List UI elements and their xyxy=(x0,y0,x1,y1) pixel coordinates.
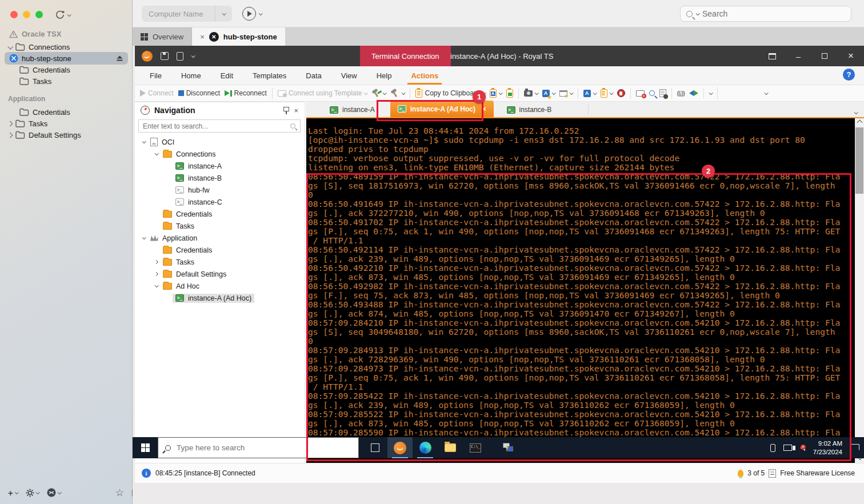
key-sequence-button[interactable]: A xyxy=(542,90,555,97)
nav-tree-item-credentials[interactable]: Credentials xyxy=(135,244,304,256)
chevron-down-icon[interactable] xyxy=(139,141,147,143)
toolbar-overflow-dropdown[interactable] xyxy=(717,87,772,99)
settings-button[interactable] xyxy=(26,489,39,497)
connect-using-template-button[interactable]: Connect using Template xyxy=(278,89,367,97)
sidebar-item-app-tasks[interactable]: Tasks xyxy=(0,118,133,129)
sidebar-item-tasks[interactable]: Tasks xyxy=(0,75,133,87)
chevron-down-icon[interactable] xyxy=(139,237,147,239)
start-button[interactable] xyxy=(133,437,158,458)
tasks-button[interactable] xyxy=(390,89,405,98)
clear-log-button[interactable] xyxy=(659,89,666,97)
nav-tree-item-credentials[interactable]: Credentials xyxy=(135,208,304,220)
sidebar-item-app-credentials[interactable]: Credentials xyxy=(0,106,133,118)
minimize-traffic-light[interactable] xyxy=(23,11,30,18)
close-tab-icon[interactable]: × xyxy=(482,105,486,113)
nav-tree-item-oci[interactable]: OCI xyxy=(135,136,304,148)
pin-icon[interactable] xyxy=(283,106,289,114)
menu-item-home[interactable]: Home xyxy=(181,66,201,85)
save-button[interactable] xyxy=(161,52,169,60)
terminal-connection-context-tab[interactable]: Terminal Connection xyxy=(360,46,451,66)
chevron-down-icon[interactable] xyxy=(152,285,160,287)
scrollbar-thumb[interactable] xyxy=(855,127,863,194)
broadcast-button[interactable]: ((¡)) xyxy=(677,90,685,97)
nav-tree-item-hub-fw[interactable]: >_hub-fw xyxy=(135,184,304,196)
sidebar-item-hub-step-stone[interactable]: hub-step-stone xyxy=(5,52,128,65)
close-window-button[interactable]: × xyxy=(838,46,864,66)
scroll-up-arrow[interactable] xyxy=(855,118,864,127)
menu-item-data[interactable]: Data xyxy=(306,66,321,85)
terminal-scrollbar[interactable] xyxy=(855,118,864,463)
search-input[interactable] xyxy=(702,9,834,18)
navigation-search[interactable] xyxy=(138,119,301,133)
dock-window-button[interactable] xyxy=(759,46,785,66)
menu-item-help[interactable]: Help xyxy=(377,66,392,85)
usb-tray-icon[interactable] xyxy=(770,444,775,452)
favorite-button[interactable]: ☆ xyxy=(115,487,124,499)
run-button[interactable] xyxy=(242,7,262,21)
tab-hub-step-stone[interactable]: × ✕ hub-step-stone xyxy=(192,27,285,46)
taskbar-clock[interactable]: 9:02 AM 7/23/2024 xyxy=(813,439,842,457)
nav-tree-item-instance-a[interactable]: >_instance-A xyxy=(135,160,304,172)
nav-tree-item-tasks[interactable]: Tasks xyxy=(135,220,304,232)
paste-text-button[interactable] xyxy=(490,89,502,98)
menu-item-templates[interactable]: Templates xyxy=(253,66,286,85)
chevron-down-icon[interactable] xyxy=(152,153,160,155)
computer-name-select[interactable]: Computer Name xyxy=(142,6,232,22)
send-text-button[interactable]: A xyxy=(583,90,596,97)
close-panel-button[interactable]: × xyxy=(294,106,298,115)
more-commands-dropdown[interactable] xyxy=(709,92,712,95)
disconnect-button[interactable]: Disconnect xyxy=(178,89,220,97)
new-document-button[interactable] xyxy=(177,52,183,61)
sidebar-item-default-settings[interactable]: Default Settings xyxy=(0,129,133,141)
profile-menu-button[interactable] xyxy=(47,488,61,497)
paste-button[interactable] xyxy=(601,89,613,98)
screenshot-button[interactable] xyxy=(524,90,538,97)
nav-tree-item-ad-hoc[interactable]: Ad Hoc xyxy=(135,280,304,292)
nav-tree-item-instance-b[interactable]: >_instance-B xyxy=(135,172,304,184)
task-view-button[interactable] xyxy=(362,437,387,458)
menu-item-actions[interactable]: Actions xyxy=(411,66,438,85)
volume-muted-icon[interactable] xyxy=(800,445,805,451)
stop-button[interactable] xyxy=(617,89,625,97)
zoom-traffic-light[interactable] xyxy=(35,11,43,18)
restore-button[interactable] xyxy=(811,46,838,66)
run-task-button[interactable] xyxy=(371,89,386,98)
notification-center-icon[interactable] xyxy=(850,444,859,452)
taskbar-edge[interactable] xyxy=(413,437,438,458)
chevron-right-icon[interactable] xyxy=(152,273,160,275)
add-connection-button[interactable]: + xyxy=(8,488,18,498)
chevron-right-icon[interactable] xyxy=(152,261,160,263)
terminal-tab-instance-a[interactable]: >_ instance-A xyxy=(322,102,382,117)
terminal-tab-instance-b[interactable]: >_ instance-B xyxy=(499,102,559,117)
close-session-button[interactable]: ✕ xyxy=(636,90,645,97)
taskbar-search-input[interactable] xyxy=(177,443,337,452)
taskbar-file-explorer[interactable] xyxy=(438,437,463,458)
eject-icon[interactable] xyxy=(116,55,123,62)
global-search[interactable] xyxy=(680,6,851,22)
minimize-button[interactable]: – xyxy=(785,46,811,66)
taskbar-royal-ts[interactable] xyxy=(387,437,413,458)
command-task-button[interactable] xyxy=(559,90,573,97)
network-tray-icon[interactable] xyxy=(783,445,792,451)
computer-name-dropdown[interactable] xyxy=(215,6,232,22)
taskbar-putty[interactable] xyxy=(496,437,521,458)
help-button[interactable]: ? xyxy=(843,69,855,81)
sync-menu-button[interactable] xyxy=(55,10,70,20)
paste-special-button[interactable] xyxy=(506,89,513,98)
connect-button[interactable]: Connect xyxy=(140,89,174,97)
close-traffic-light[interactable] xyxy=(10,11,18,18)
nav-tree-item-default-settings[interactable]: Default Settings xyxy=(135,268,304,280)
swap-session-button[interactable] xyxy=(689,89,698,97)
find-button[interactable] xyxy=(649,90,655,96)
royal-ts-logo-icon[interactable] xyxy=(142,51,153,62)
close-icon[interactable]: × xyxy=(200,33,205,41)
nav-tree-item-instance-c[interactable]: >_instance-C xyxy=(135,196,304,208)
terminal-tab-overflow-dropdown[interactable] xyxy=(854,106,857,117)
nav-tree-item-instance-a-ad-hoc-[interactable]: >_instance-A (Ad Hoc) xyxy=(135,292,304,304)
tab-overview[interactable]: Overview xyxy=(133,27,192,46)
navigation-search-input[interactable] xyxy=(143,122,290,130)
menu-item-view[interactable]: View xyxy=(341,66,357,85)
nav-tree-item-application[interactable]: Application xyxy=(135,232,304,244)
quick-access-dropdown[interactable] xyxy=(191,55,194,58)
nav-tree-item-connections[interactable]: Connections xyxy=(135,148,304,160)
